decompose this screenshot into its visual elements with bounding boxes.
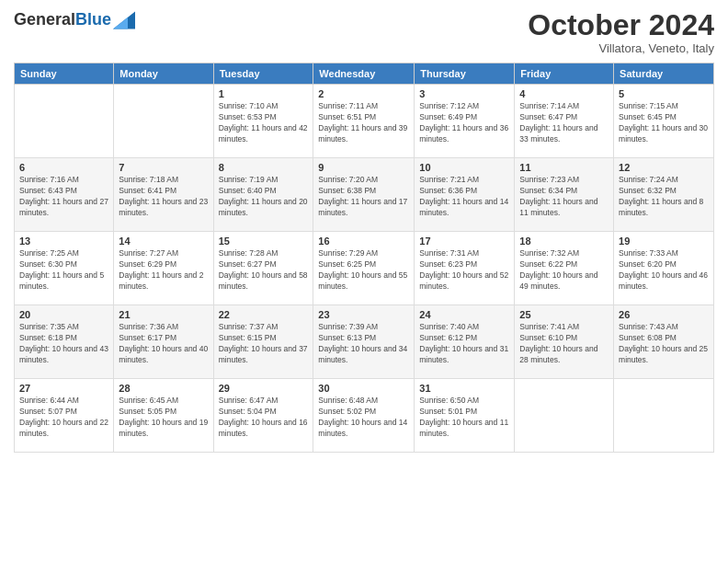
day-number: 6 — [19, 162, 108, 173]
calendar-week-row: 13Sunrise: 7:25 AMSunset: 6:30 PMDayligh… — [15, 232, 714, 305]
day-number: 1 — [219, 88, 309, 99]
calendar-cell: 1Sunrise: 7:10 AMSunset: 6:53 PMDaylight… — [213, 85, 313, 158]
day-info: Sunrise: 7:15 AMSunset: 6:45 PMDaylight:… — [619, 101, 709, 145]
day-number: 19 — [619, 236, 709, 247]
svg-marker-1 — [113, 17, 128, 29]
logo: GeneralBlue — [14, 9, 135, 33]
day-number: 31 — [419, 383, 509, 394]
calendar-week-row: 6Sunrise: 7:16 AMSunset: 6:43 PMDaylight… — [15, 158, 714, 232]
day-info: Sunrise: 6:50 AMSunset: 5:01 PMDaylight:… — [419, 396, 509, 440]
calendar-cell: 13Sunrise: 7:25 AMSunset: 6:30 PMDayligh… — [15, 232, 114, 305]
calendar-cell: 27Sunrise: 6:44 AMSunset: 5:07 PMDayligh… — [15, 379, 114, 453]
day-info: Sunrise: 7:18 AMSunset: 6:41 PMDaylight:… — [119, 175, 208, 219]
day-number: 10 — [419, 162, 509, 173]
title-block: October 2024 Villatora, Veneto, Italy — [528, 9, 714, 55]
day-number: 5 — [619, 88, 709, 99]
header-tuesday: Tuesday — [213, 63, 313, 85]
calendar-cell — [515, 379, 614, 453]
calendar-cell: 19Sunrise: 7:33 AMSunset: 6:20 PMDayligh… — [614, 232, 714, 305]
day-number: 15 — [219, 236, 309, 247]
calendar-cell: 24Sunrise: 7:40 AMSunset: 6:12 PMDayligh… — [415, 305, 515, 379]
day-number: 26 — [619, 309, 709, 320]
calendar-cell: 29Sunrise: 6:47 AMSunset: 5:04 PMDayligh… — [213, 379, 313, 453]
calendar-cell: 5Sunrise: 7:15 AMSunset: 6:45 PMDaylight… — [614, 85, 714, 158]
calendar-cell: 21Sunrise: 7:36 AMSunset: 6:17 PMDayligh… — [114, 305, 213, 379]
calendar-cell: 28Sunrise: 6:45 AMSunset: 5:05 PMDayligh… — [114, 379, 213, 453]
header-thursday: Thursday — [415, 63, 515, 85]
logo-icon — [113, 9, 135, 31]
day-number: 22 — [219, 309, 309, 320]
calendar-week-row: 20Sunrise: 7:35 AMSunset: 6:18 PMDayligh… — [15, 305, 714, 379]
calendar-cell: 8Sunrise: 7:19 AMSunset: 6:40 PMDaylight… — [213, 158, 313, 232]
calendar-cell: 20Sunrise: 7:35 AMSunset: 6:18 PMDayligh… — [15, 305, 114, 379]
calendar-cell: 10Sunrise: 7:21 AMSunset: 6:36 PMDayligh… — [415, 158, 515, 232]
day-info: Sunrise: 7:39 AMSunset: 6:13 PMDaylight:… — [318, 322, 409, 366]
day-info: Sunrise: 7:31 AMSunset: 6:23 PMDaylight:… — [419, 248, 509, 293]
calendar-cell: 15Sunrise: 7:28 AMSunset: 6:27 PMDayligh… — [213, 232, 313, 305]
day-number: 8 — [219, 162, 309, 173]
day-info: Sunrise: 7:43 AMSunset: 6:08 PMDaylight:… — [619, 322, 709, 366]
day-info: Sunrise: 6:48 AMSunset: 5:02 PMDaylight:… — [318, 396, 409, 440]
calendar-cell: 11Sunrise: 7:23 AMSunset: 6:34 PMDayligh… — [515, 158, 614, 232]
calendar-cell: 25Sunrise: 7:41 AMSunset: 6:10 PMDayligh… — [515, 305, 614, 379]
day-info: Sunrise: 7:41 AMSunset: 6:10 PMDaylight:… — [519, 322, 609, 366]
day-info: Sunrise: 7:21 AMSunset: 6:36 PMDaylight:… — [419, 175, 509, 219]
calendar-cell: 31Sunrise: 6:50 AMSunset: 5:01 PMDayligh… — [415, 379, 515, 453]
calendar-cell: 2Sunrise: 7:11 AMSunset: 6:51 PMDaylight… — [313, 85, 415, 158]
calendar-cell — [114, 85, 213, 158]
day-number: 30 — [318, 383, 409, 394]
day-info: Sunrise: 7:20 AMSunset: 6:38 PMDaylight:… — [318, 175, 409, 219]
calendar-cell: 14Sunrise: 7:27 AMSunset: 6:29 PMDayligh… — [114, 232, 213, 305]
header-sunday: Sunday — [15, 63, 114, 85]
day-info: Sunrise: 7:19 AMSunset: 6:40 PMDaylight:… — [219, 175, 309, 219]
day-number: 13 — [19, 236, 108, 247]
day-info: Sunrise: 7:29 AMSunset: 6:25 PMDaylight:… — [318, 248, 409, 293]
day-info: Sunrise: 7:11 AMSunset: 6:51 PMDaylight:… — [318, 101, 409, 145]
day-info: Sunrise: 7:25 AMSunset: 6:30 PMDaylight:… — [19, 248, 108, 293]
day-number: 28 — [119, 383, 208, 394]
day-info: Sunrise: 6:45 AMSunset: 5:05 PMDaylight:… — [119, 396, 208, 440]
calendar-cell: 22Sunrise: 7:37 AMSunset: 6:15 PMDayligh… — [213, 305, 313, 379]
day-number: 20 — [19, 309, 108, 320]
calendar-cell: 30Sunrise: 6:48 AMSunset: 5:02 PMDayligh… — [313, 379, 415, 453]
day-number: 17 — [419, 236, 509, 247]
calendar-cell: 4Sunrise: 7:14 AMSunset: 6:47 PMDaylight… — [515, 85, 614, 158]
day-number: 9 — [318, 162, 409, 173]
calendar-cell: 12Sunrise: 7:24 AMSunset: 6:32 PMDayligh… — [614, 158, 714, 232]
calendar-cell: 3Sunrise: 7:12 AMSunset: 6:49 PMDaylight… — [415, 85, 515, 158]
calendar-cell: 16Sunrise: 7:29 AMSunset: 6:25 PMDayligh… — [313, 232, 415, 305]
calendar-cell: 17Sunrise: 7:31 AMSunset: 6:23 PMDayligh… — [415, 232, 515, 305]
calendar-table: Sunday Monday Tuesday Wednesday Thursday… — [14, 63, 714, 453]
day-info: Sunrise: 6:44 AMSunset: 5:07 PMDaylight:… — [19, 396, 108, 440]
day-number: 29 — [219, 383, 309, 394]
calendar-cell: 26Sunrise: 7:43 AMSunset: 6:08 PMDayligh… — [614, 305, 714, 379]
day-info: Sunrise: 7:23 AMSunset: 6:34 PMDaylight:… — [519, 175, 609, 219]
day-number: 3 — [419, 88, 509, 99]
day-number: 7 — [119, 162, 208, 173]
calendar-page: GeneralBlue October 2024 Villatora, Vene… — [0, 0, 728, 563]
calendar-cell: 23Sunrise: 7:39 AMSunset: 6:13 PMDayligh… — [313, 305, 415, 379]
calendar-cell: 6Sunrise: 7:16 AMSunset: 6:43 PMDaylight… — [15, 158, 114, 232]
header: GeneralBlue October 2024 Villatora, Vene… — [14, 9, 714, 55]
days-header-row: Sunday Monday Tuesday Wednesday Thursday… — [15, 63, 714, 85]
day-number: 21 — [119, 309, 208, 320]
day-number: 24 — [419, 309, 509, 320]
day-info: Sunrise: 7:33 AMSunset: 6:20 PMDaylight:… — [619, 248, 709, 293]
calendar-cell: 18Sunrise: 7:32 AMSunset: 6:22 PMDayligh… — [515, 232, 614, 305]
logo-general-text: General — [14, 10, 75, 29]
month-title: October 2024 — [528, 9, 714, 41]
day-number: 25 — [519, 309, 609, 320]
day-info: Sunrise: 7:36 AMSunset: 6:17 PMDaylight:… — [119, 322, 208, 366]
calendar-cell: 9Sunrise: 7:20 AMSunset: 6:38 PMDaylight… — [313, 158, 415, 232]
day-number: 11 — [519, 162, 609, 173]
day-info: Sunrise: 7:16 AMSunset: 6:43 PMDaylight:… — [19, 175, 108, 219]
logo-blue-text: Blue — [75, 10, 111, 29]
calendar-week-row: 27Sunrise: 6:44 AMSunset: 5:07 PMDayligh… — [15, 379, 714, 453]
day-info: Sunrise: 7:40 AMSunset: 6:12 PMDaylight:… — [419, 322, 509, 366]
day-number: 27 — [19, 383, 108, 394]
day-number: 4 — [519, 88, 609, 99]
calendar-week-row: 1Sunrise: 7:10 AMSunset: 6:53 PMDaylight… — [15, 85, 714, 158]
header-friday: Friday — [515, 63, 614, 85]
day-number: 12 — [619, 162, 709, 173]
day-info: Sunrise: 7:35 AMSunset: 6:18 PMDaylight:… — [19, 322, 108, 366]
